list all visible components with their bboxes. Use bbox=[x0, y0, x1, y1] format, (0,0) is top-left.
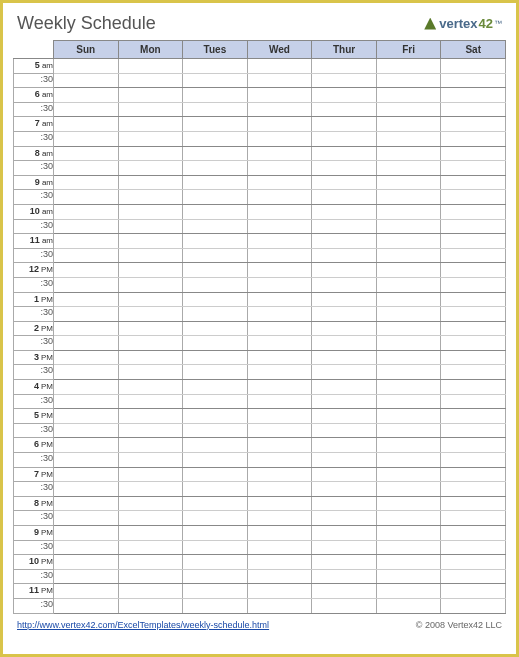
schedule-cell[interactable] bbox=[247, 409, 312, 424]
schedule-cell[interactable] bbox=[312, 569, 377, 584]
schedule-cell[interactable] bbox=[312, 190, 377, 205]
schedule-cell[interactable] bbox=[376, 307, 441, 322]
schedule-cell[interactable] bbox=[376, 190, 441, 205]
schedule-cell[interactable] bbox=[376, 438, 441, 453]
schedule-cell[interactable] bbox=[54, 380, 119, 395]
schedule-cell[interactable] bbox=[183, 102, 248, 117]
schedule-cell[interactable] bbox=[54, 409, 119, 424]
schedule-cell[interactable] bbox=[118, 59, 183, 74]
schedule-cell[interactable] bbox=[312, 234, 377, 249]
schedule-cell[interactable] bbox=[183, 496, 248, 511]
schedule-cell[interactable] bbox=[312, 409, 377, 424]
schedule-cell[interactable] bbox=[247, 526, 312, 541]
schedule-cell[interactable] bbox=[183, 526, 248, 541]
schedule-cell[interactable] bbox=[54, 248, 119, 263]
schedule-cell[interactable] bbox=[312, 496, 377, 511]
schedule-cell[interactable] bbox=[54, 102, 119, 117]
schedule-cell[interactable] bbox=[376, 59, 441, 74]
schedule-cell[interactable] bbox=[247, 336, 312, 351]
schedule-cell[interactable] bbox=[183, 88, 248, 103]
schedule-cell[interactable] bbox=[54, 161, 119, 176]
schedule-cell[interactable] bbox=[441, 131, 506, 146]
schedule-cell[interactable] bbox=[376, 102, 441, 117]
schedule-cell[interactable] bbox=[118, 190, 183, 205]
schedule-cell[interactable] bbox=[54, 204, 119, 219]
schedule-cell[interactable] bbox=[441, 350, 506, 365]
schedule-cell[interactable] bbox=[312, 380, 377, 395]
schedule-cell[interactable] bbox=[118, 219, 183, 234]
schedule-cell[interactable] bbox=[441, 526, 506, 541]
schedule-cell[interactable] bbox=[312, 598, 377, 613]
schedule-cell[interactable] bbox=[118, 131, 183, 146]
schedule-cell[interactable] bbox=[441, 598, 506, 613]
schedule-cell[interactable] bbox=[312, 131, 377, 146]
schedule-cell[interactable] bbox=[247, 73, 312, 88]
schedule-cell[interactable] bbox=[247, 88, 312, 103]
schedule-cell[interactable] bbox=[441, 321, 506, 336]
schedule-cell[interactable] bbox=[118, 292, 183, 307]
schedule-cell[interactable] bbox=[118, 350, 183, 365]
schedule-cell[interactable] bbox=[183, 175, 248, 190]
schedule-cell[interactable] bbox=[54, 321, 119, 336]
schedule-cell[interactable] bbox=[183, 336, 248, 351]
schedule-cell[interactable] bbox=[441, 263, 506, 278]
schedule-cell[interactable] bbox=[312, 204, 377, 219]
schedule-cell[interactable] bbox=[247, 59, 312, 74]
schedule-cell[interactable] bbox=[54, 88, 119, 103]
schedule-cell[interactable] bbox=[376, 248, 441, 263]
schedule-cell[interactable] bbox=[376, 234, 441, 249]
schedule-cell[interactable] bbox=[54, 453, 119, 468]
schedule-cell[interactable] bbox=[247, 102, 312, 117]
schedule-cell[interactable] bbox=[441, 175, 506, 190]
schedule-cell[interactable] bbox=[54, 496, 119, 511]
schedule-cell[interactable] bbox=[247, 204, 312, 219]
schedule-cell[interactable] bbox=[54, 59, 119, 74]
schedule-cell[interactable] bbox=[183, 350, 248, 365]
schedule-cell[interactable] bbox=[54, 584, 119, 599]
schedule-cell[interactable] bbox=[118, 117, 183, 132]
schedule-cell[interactable] bbox=[376, 598, 441, 613]
schedule-cell[interactable] bbox=[118, 88, 183, 103]
schedule-cell[interactable] bbox=[376, 526, 441, 541]
schedule-cell[interactable] bbox=[118, 438, 183, 453]
schedule-cell[interactable] bbox=[183, 146, 248, 161]
schedule-cell[interactable] bbox=[376, 365, 441, 380]
schedule-cell[interactable] bbox=[441, 467, 506, 482]
schedule-cell[interactable] bbox=[118, 321, 183, 336]
schedule-cell[interactable] bbox=[183, 453, 248, 468]
schedule-cell[interactable] bbox=[376, 161, 441, 176]
schedule-cell[interactable] bbox=[441, 117, 506, 132]
schedule-cell[interactable] bbox=[312, 102, 377, 117]
schedule-cell[interactable] bbox=[247, 248, 312, 263]
schedule-cell[interactable] bbox=[441, 73, 506, 88]
schedule-cell[interactable] bbox=[441, 102, 506, 117]
schedule-cell[interactable] bbox=[441, 219, 506, 234]
schedule-cell[interactable] bbox=[312, 161, 377, 176]
schedule-cell[interactable] bbox=[247, 598, 312, 613]
schedule-cell[interactable] bbox=[247, 350, 312, 365]
schedule-cell[interactable] bbox=[183, 292, 248, 307]
schedule-cell[interactable] bbox=[183, 365, 248, 380]
schedule-cell[interactable] bbox=[118, 365, 183, 380]
schedule-cell[interactable] bbox=[247, 307, 312, 322]
schedule-cell[interactable] bbox=[118, 263, 183, 278]
schedule-cell[interactable] bbox=[54, 190, 119, 205]
schedule-cell[interactable] bbox=[312, 263, 377, 278]
schedule-cell[interactable] bbox=[312, 350, 377, 365]
schedule-cell[interactable] bbox=[312, 365, 377, 380]
schedule-cell[interactable] bbox=[54, 175, 119, 190]
schedule-cell[interactable] bbox=[183, 598, 248, 613]
schedule-cell[interactable] bbox=[118, 73, 183, 88]
schedule-cell[interactable] bbox=[441, 453, 506, 468]
schedule-cell[interactable] bbox=[183, 263, 248, 278]
schedule-cell[interactable] bbox=[312, 219, 377, 234]
schedule-cell[interactable] bbox=[376, 496, 441, 511]
schedule-cell[interactable] bbox=[441, 146, 506, 161]
schedule-cell[interactable] bbox=[118, 175, 183, 190]
schedule-cell[interactable] bbox=[247, 380, 312, 395]
schedule-cell[interactable] bbox=[376, 292, 441, 307]
schedule-cell[interactable] bbox=[183, 394, 248, 409]
schedule-cell[interactable] bbox=[441, 511, 506, 526]
schedule-cell[interactable] bbox=[54, 234, 119, 249]
schedule-cell[interactable] bbox=[183, 438, 248, 453]
